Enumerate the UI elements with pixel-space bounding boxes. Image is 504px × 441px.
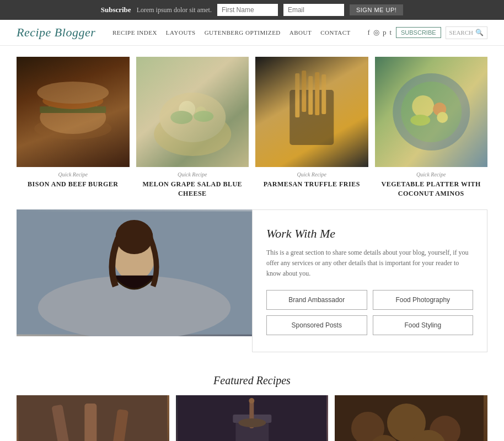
- subscribe-description: Lorem ipsum dolor sit amet.: [137, 6, 212, 14]
- card-tag: Quick Recipe: [17, 171, 130, 178]
- card-title: PARMESAN TRUFFLE FRIES: [255, 180, 368, 189]
- recipe-card-fries[interactable]: Quick Recipe PARMESAN TRUFFLE FRIES: [255, 57, 368, 198]
- brand-ambassador-button[interactable]: Brand Ambassador: [266, 290, 367, 310]
- social-icons: f ◎ p t: [368, 28, 392, 37]
- main-nav: RECIPE INDEX LAYOUTS GUTENBERG OPTIMIZED…: [112, 29, 351, 36]
- twitter-icon[interactable]: t: [389, 28, 392, 37]
- recipe-card-salad[interactable]: Quick Recipe MELON GRAPE SALAD BLUE CHEE…: [136, 57, 249, 198]
- card-title: BISON AND BEEF BURGER: [17, 180, 130, 189]
- svg-rect-14: [308, 76, 313, 115]
- svg-point-40: [238, 418, 266, 427]
- recipe-grid: Quick Recipe BISON AND BEEF BURGER Quick…: [0, 46, 504, 209]
- svg-rect-15: [315, 72, 319, 115]
- nav-contact[interactable]: CONTACT: [320, 29, 351, 36]
- recipe-card-burger[interactable]: Quick Recipe BISON AND BEEF BURGER: [17, 57, 130, 198]
- card-tag: Quick Recipe: [375, 171, 488, 178]
- food-photography-button[interactable]: Food Photography: [373, 290, 474, 310]
- work-title: Work With Me: [266, 227, 473, 241]
- facebook-icon[interactable]: f: [368, 28, 370, 37]
- card-title: VEGETABLE PLATTER WITH COCONUT AMINOS: [375, 180, 488, 198]
- svg-rect-16: [321, 74, 326, 114]
- svg-rect-12: [295, 73, 299, 117]
- food-styling-button[interactable]: Food Styling: [373, 315, 474, 335]
- nav-right: f ◎ p t SUBSCRIBE SEARCH 🔍: [368, 26, 487, 39]
- signup-button[interactable]: SIGN ME UP!: [350, 4, 403, 15]
- main-content: Quick Recipe BISON AND BEEF BURGER Quick…: [0, 46, 504, 441]
- svg-rect-13: [302, 71, 306, 112]
- work-description: This is a great section to share some de…: [266, 248, 473, 279]
- nav-recipe-index[interactable]: RECIPE INDEX: [112, 29, 157, 36]
- site-title[interactable]: Recipe Blogger: [17, 25, 95, 40]
- site-header: Recipe Blogger RECIPE INDEX LAYOUTS GUTE…: [0, 20, 504, 46]
- svg-point-4: [37, 82, 109, 104]
- recipe-card-veg[interactable]: Quick Recipe VEGETABLE PLATTER WITH COCO…: [375, 57, 488, 198]
- svg-point-27: [116, 220, 153, 254]
- subscribe-button[interactable]: SUBSCRIBE: [396, 27, 441, 38]
- middle-section: Work With Me This is a great section to …: [0, 209, 504, 364]
- fries-image: [255, 57, 368, 167]
- featured-image-1[interactable]: [17, 395, 169, 441]
- portrait-image: [17, 209, 252, 336]
- svg-point-39: [249, 398, 254, 404]
- search-icon[interactable]: 🔍: [475, 29, 484, 37]
- firstname-input[interactable]: [217, 4, 278, 16]
- veg-image: [375, 57, 488, 167]
- featured-section: Featured Recipes: [0, 363, 504, 441]
- salad-image: [136, 57, 249, 167]
- instagram-icon[interactable]: ◎: [373, 28, 379, 37]
- nav-layouts[interactable]: LAYOUTS: [166, 29, 196, 36]
- burger-image: [17, 57, 130, 167]
- sponsored-posts-button[interactable]: Sponsored Posts: [266, 315, 367, 335]
- svg-point-10: [194, 111, 213, 122]
- card-title: MELON GRAPE SALAD BLUE CHEESE: [136, 180, 249, 198]
- featured-title: Featured Recipes: [17, 374, 487, 387]
- svg-rect-31: [84, 404, 96, 441]
- featured-grid: [17, 395, 487, 441]
- nav-gutenberg[interactable]: GUTENBERG OPTIMIZED: [205, 29, 281, 36]
- work-with-me-section: Work With Me This is a great section to …: [252, 209, 487, 353]
- work-buttons: Brand Ambassador Food Photography Sponso…: [266, 290, 473, 335]
- svg-point-19: [412, 95, 434, 117]
- subscribe-label: Subscribe: [101, 6, 131, 14]
- svg-point-9: [170, 111, 192, 124]
- featured-image-2[interactable]: [176, 395, 329, 441]
- card-tag: Quick Recipe: [136, 171, 249, 178]
- svg-point-21: [410, 115, 430, 126]
- pinterest-icon[interactable]: p: [383, 28, 387, 37]
- featured-image-3[interactable]: [335, 395, 487, 441]
- nav-about[interactable]: ABOUT: [289, 29, 312, 36]
- search-placeholder: SEARCH: [449, 29, 473, 36]
- email-input[interactable]: [283, 4, 344, 16]
- svg-point-22: [437, 112, 448, 123]
- search-box[interactable]: SEARCH 🔍: [446, 26, 487, 39]
- card-tag: Quick Recipe: [255, 171, 368, 178]
- subscribe-bar: Subscribe Lorem ipsum dolor sit amet. SI…: [0, 0, 504, 20]
